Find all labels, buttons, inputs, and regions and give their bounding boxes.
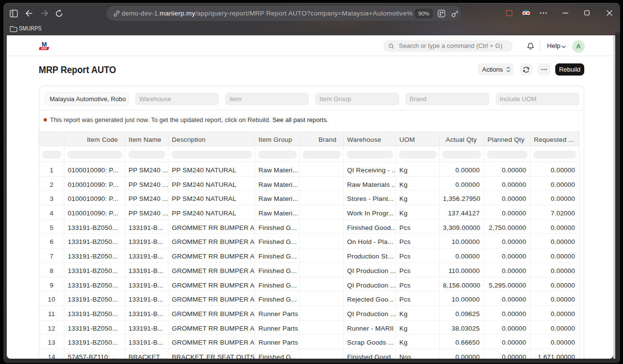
svg-text:ERP: ERP bbox=[41, 47, 47, 50]
